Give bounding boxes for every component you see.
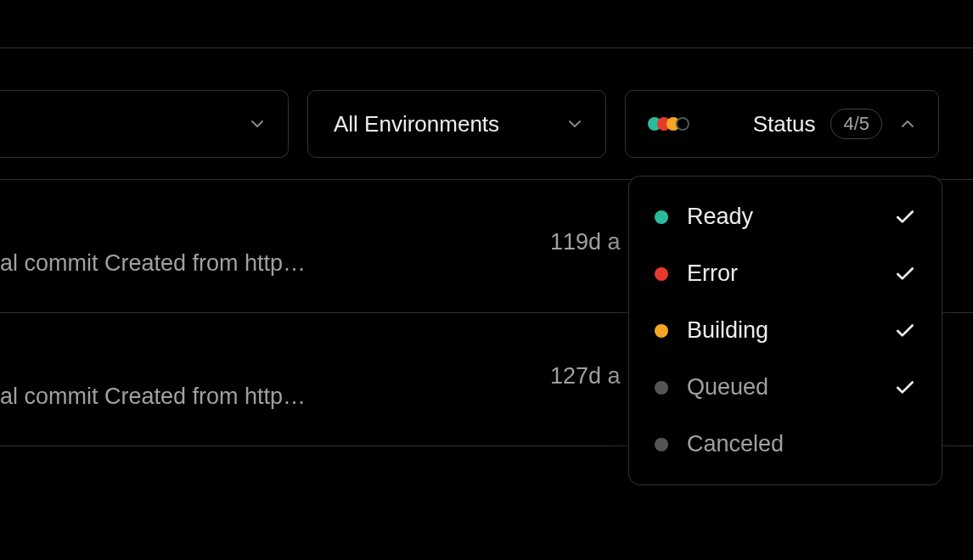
check-icon <box>894 206 916 228</box>
status-option-left: Queued <box>655 374 768 400</box>
status-option-label: Canceled <box>687 431 784 457</box>
status-dots-summary <box>648 117 685 131</box>
filter-select-environments[interactable]: All Environments <box>307 90 606 158</box>
status-option-ready[interactable]: Ready <box>629 188 942 245</box>
environments-label: All Environments <box>334 111 499 137</box>
status-dot-canceled <box>655 438 668 451</box>
chevron-down-icon <box>565 114 585 134</box>
check-icon <box>894 320 916 342</box>
chevron-down-icon <box>247 114 267 134</box>
filter-row: All Environments Status 4/5 <box>0 90 973 158</box>
chevron-up-icon <box>897 114 918 134</box>
deployment-time: 127d a <box>550 363 621 389</box>
status-option-label: Queued <box>687 374 768 400</box>
status-filter-right: Status 4/5 <box>753 109 918 139</box>
status-option-left: Ready <box>655 204 753 230</box>
status-option-building[interactable]: Building <box>629 302 942 359</box>
status-label: Status <box>753 111 816 137</box>
status-option-left: Error <box>655 260 738 287</box>
deployment-time: 119d a <box>550 229 621 255</box>
check-icon <box>894 263 916 285</box>
status-dropdown: Ready Error Building Queued <box>628 176 942 485</box>
status-dot-ready <box>655 210 668 224</box>
status-option-error[interactable]: Error <box>629 245 942 302</box>
status-option-left: Building <box>655 317 768 344</box>
status-dot-queued <box>676 117 689 131</box>
check-icon <box>894 377 916 399</box>
status-option-label: Building <box>687 317 768 344</box>
filter-select-branch[interactable] <box>0 90 289 158</box>
deployment-commit-text: al commit Created from http… <box>0 384 306 410</box>
status-count-pill: 4/5 <box>830 109 882 139</box>
status-option-label: Error <box>687 260 738 287</box>
status-dot-error <box>655 267 668 281</box>
status-option-label: Ready <box>687 204 753 230</box>
deployment-commit-text: al commit Created from http… <box>0 250 306 277</box>
top-divider <box>0 48 973 48</box>
status-option-canceled[interactable]: Canceled <box>629 416 942 473</box>
status-dot-building <box>655 324 668 338</box>
status-option-queued[interactable]: Queued <box>629 359 942 416</box>
status-option-left: Canceled <box>655 431 784 457</box>
filter-select-status[interactable]: Status 4/5 <box>625 90 939 158</box>
status-dot-queued <box>655 381 668 395</box>
